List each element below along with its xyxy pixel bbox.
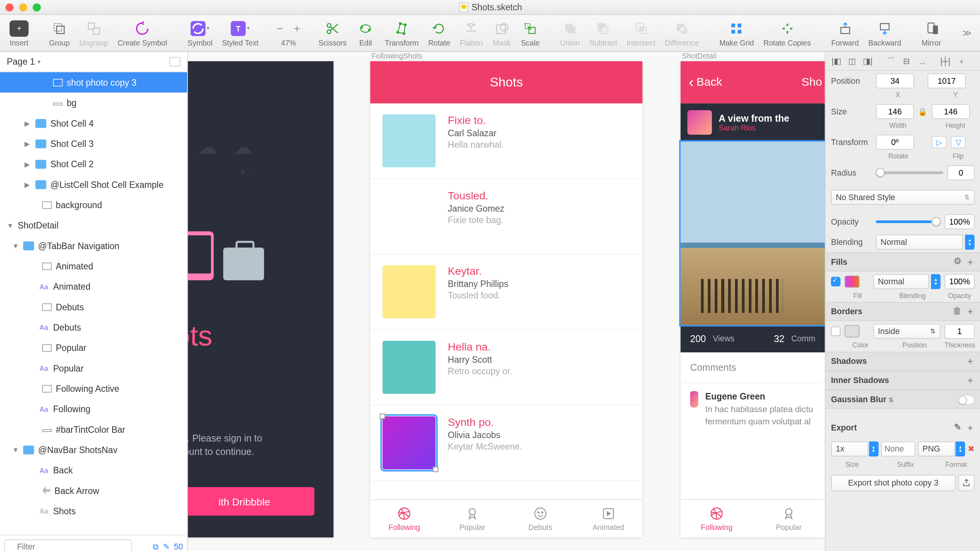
difference-button[interactable]: Difference (661, 20, 703, 47)
gaussian-blur-section-header[interactable]: Gaussian Blur ⇅ (825, 390, 980, 409)
layer-bg[interactable]: bg (0, 93, 187, 113)
layer-shot-cell-3[interactable]: ▶Shot Cell 3 (0, 133, 187, 153)
fill-color-swatch[interactable] (844, 276, 859, 288)
rotate-button[interactable]: Rotate (424, 20, 454, 47)
borders-section-header[interactable]: Borders🗑＋ (825, 302, 980, 321)
filter-slice-icon[interactable]: ✎ (163, 542, 170, 551)
layer-back-arrow[interactable]: Back Arrow (0, 480, 187, 500)
opacity-slider[interactable] (876, 220, 941, 223)
flip-vertical-button[interactable]: ▽ (951, 136, 966, 148)
layer-listcell-example[interactable]: ▶@ListCell Shot Cell Example (0, 174, 187, 194)
shared-style-select[interactable]: No Shared Style⇅ (831, 190, 975, 205)
export-section-header[interactable]: Export✎＋ (825, 418, 980, 437)
mirror-button[interactable]: Mirror (918, 20, 945, 47)
export-suffix-input[interactable] (881, 442, 915, 456)
add-shadow-button[interactable]: ＋ (966, 355, 975, 367)
position-y-input[interactable] (928, 73, 966, 88)
canvas[interactable]: FollowingShots ShotDetail ☁ ☁✦ · ots ots… (188, 52, 825, 551)
union-button[interactable]: Union (556, 20, 584, 47)
blending-select[interactable]: Normal (876, 235, 963, 249)
align-top-button[interactable]: ⎴ (884, 55, 898, 67)
export-format-select[interactable]: PNG (918, 442, 955, 456)
layer-back-text[interactable]: AaBack (0, 460, 187, 480)
group-button[interactable]: Group (45, 20, 74, 47)
layer-shotdetail[interactable]: ▼ShotDetail (0, 215, 187, 235)
rotate-copies-button[interactable]: Rotate Copies (760, 20, 815, 47)
opacity-input[interactable] (945, 214, 975, 229)
toolbar-overflow-button[interactable]: ≫ (962, 28, 972, 38)
border-position-select[interactable]: Inside⇅ (873, 324, 941, 339)
layer-popular-shape[interactable]: Popular (0, 337, 187, 358)
zoom-out-button[interactable]: − (274, 22, 286, 34)
layer-navbar-shotsnav[interactable]: ▼@NavBar ShotsNav (0, 439, 187, 460)
layer-popular-text[interactable]: AaPopular (0, 358, 187, 378)
rotate-input[interactable] (876, 135, 914, 150)
layer-debuts-text[interactable]: AaDebuts (0, 317, 187, 337)
border-enabled-checkbox[interactable] (831, 326, 841, 336)
add-export-button[interactable]: ＋ (966, 422, 975, 434)
fill-enabled-checkbox[interactable] (831, 277, 841, 287)
layer-tabbar-navigation[interactable]: ▼@TabBar Navigation (0, 235, 187, 256)
artboard-following-shots[interactable]: Shots Fixie to.Carl SalazarHella narwhal… (370, 61, 642, 537)
artboard-label[interactable]: ShotDetail (682, 52, 716, 60)
zoom-window-button[interactable] (33, 3, 41, 11)
blur-toggle[interactable] (957, 394, 975, 404)
inner-shadows-section-header[interactable]: Inner Shadows＋ (825, 371, 980, 390)
artboard-label[interactable]: FollowingShots (372, 52, 423, 60)
ungroup-button[interactable]: Ungroup (75, 20, 112, 47)
align-center-v-button[interactable]: ⊟ (900, 55, 913, 67)
add-fill-button[interactable]: ＋ (966, 256, 975, 268)
border-color-swatch[interactable] (844, 325, 859, 337)
styled-text-button[interactable]: T▾Styled Text (218, 20, 263, 47)
page-selector[interactable]: Page 1 ▾ (0, 52, 187, 72)
remove-export-button[interactable]: ✖ (968, 444, 975, 454)
artboard-login[interactable]: ☁ ☁✦ · ots ots. Please sign in to ccount… (188, 61, 333, 537)
layer-shots-text[interactable]: AaShots (0, 500, 187, 521)
layer-debuts-shape[interactable]: Debuts (0, 297, 187, 317)
create-symbol-button[interactable]: Create Symbol (114, 20, 172, 47)
forward-button[interactable]: Forward (827, 20, 863, 47)
export-button[interactable]: Export shot photo copy 3 (831, 475, 956, 491)
scale-button[interactable]: Scale (517, 20, 544, 47)
align-center-h-button[interactable]: ◫ (845, 55, 859, 67)
add-border-button[interactable]: ＋ (966, 305, 975, 318)
width-input[interactable] (876, 104, 914, 119)
artboard-list-icon[interactable] (170, 57, 180, 66)
layer-shot-photo-copy-3[interactable]: shot photo copy 3 (0, 72, 187, 92)
layer-shot-cell-2[interactable]: ▶Shot Cell 2 (0, 154, 187, 174)
lock-aspect-button[interactable]: 🔒 (918, 107, 928, 116)
flatten-button[interactable]: Flatten (456, 20, 487, 47)
fills-section-header[interactable]: Fills⚙＋ (825, 253, 980, 272)
radius-input[interactable] (947, 165, 975, 180)
align-left-button[interactable]: |◧ (830, 55, 843, 67)
layer-background[interactable]: background (0, 194, 187, 215)
make-grid-button[interactable]: Make Grid (715, 20, 758, 47)
shadows-section-header[interactable]: Shadows＋ (825, 352, 980, 371)
height-input[interactable] (932, 104, 970, 119)
add-inner-shadow-button[interactable]: ＋ (966, 374, 975, 386)
scissors-button[interactable]: Scissors (314, 20, 351, 47)
fill-blend-select[interactable]: Normal (873, 274, 929, 289)
layer-following-text[interactable]: AaFollowing (0, 399, 187, 419)
zoom-in-button[interactable]: + (291, 22, 303, 34)
layer-filter-input[interactable] (4, 539, 132, 551)
remove-border-button[interactable]: 🗑 (953, 305, 962, 318)
align-right-button[interactable]: ◨| (861, 55, 875, 67)
layer-bartintcolor[interactable]: #barTintColor Bar (0, 419, 187, 439)
layer-animated-text[interactable]: AaAnimated (0, 276, 187, 297)
close-window-button[interactable] (5, 3, 13, 11)
intersect-button[interactable]: Intersect (623, 20, 660, 47)
share-export-button[interactable] (958, 475, 975, 491)
flip-horizontal-button[interactable]: ▷ (932, 136, 947, 148)
zoom-control[interactable]: −+ 47% (275, 20, 302, 47)
insert-button[interactable]: ＋Insert (5, 20, 33, 47)
align-bottom-button[interactable]: ⎵ (915, 55, 929, 67)
layer-following-active[interactable]: Following Active (0, 378, 187, 398)
distribute-v-button[interactable]: ⫞ (954, 55, 968, 67)
fill-opacity-input[interactable] (945, 274, 975, 289)
radius-slider[interactable] (876, 171, 943, 174)
subtract-button[interactable]: Subtract (585, 20, 621, 47)
backward-button[interactable]: Backward (864, 20, 905, 47)
filter-pages-icon[interactable]: ⧉ (153, 542, 159, 551)
transform-button[interactable]: Transform (381, 20, 423, 47)
